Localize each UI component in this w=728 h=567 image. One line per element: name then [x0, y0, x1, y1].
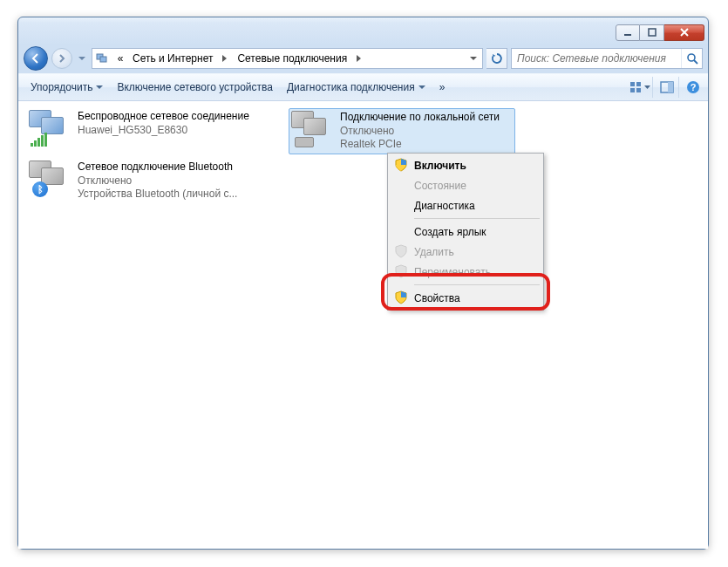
- titlebar: [18, 17, 708, 44]
- shield-icon: [394, 244, 408, 258]
- svg-text:?: ?: [690, 82, 696, 92]
- organize-button[interactable]: Упорядочить: [24, 78, 110, 97]
- ctx-properties[interactable]: Свойства: [390, 288, 541, 308]
- wifi-connection-icon: [29, 110, 71, 148]
- refresh-button[interactable]: [486, 48, 507, 69]
- breadcrumb-seg-network[interactable]: Сеть и Интернет: [131, 52, 214, 65]
- back-button[interactable]: [24, 46, 48, 71]
- context-menu: Включить Состояние Диагностика Создать я…: [387, 153, 544, 311]
- svg-rect-3: [100, 57, 106, 62]
- connection-status: Отключено: [340, 125, 500, 139]
- svg-rect-5: [630, 82, 635, 86]
- connection-sub: Realtek PCIe: [340, 138, 500, 152]
- lan-connection-icon: [291, 111, 333, 149]
- connection-bluetooth[interactable]: ᛒ Сетевое подключение Bluetooth Отключен…: [27, 159, 254, 203]
- svg-rect-0: [624, 34, 631, 36]
- search-box[interactable]: [511, 48, 703, 69]
- connection-name: Сетевое подключение Bluetooth: [78, 161, 237, 174]
- svg-rect-7: [630, 88, 635, 92]
- network-icon: [94, 51, 110, 66]
- connection-status: Отключено: [78, 174, 237, 188]
- svg-rect-1: [649, 29, 656, 36]
- breadcrumb[interactable]: « Сеть и Интернет Сетевые подключения: [92, 48, 483, 69]
- toolbar: Упорядочить Включение сетевого устройств…: [18, 73, 708, 101]
- close-button[interactable]: [664, 24, 704, 41]
- separator: [414, 284, 540, 285]
- minimize-button[interactable]: [616, 24, 640, 41]
- connection-wifi[interactable]: Беспроводное сетевое соединение Huawei_H…: [27, 108, 254, 150]
- shield-icon: [394, 290, 408, 304]
- ctx-delete: Удалить: [390, 242, 541, 262]
- ctx-rename: Переименовать: [390, 262, 541, 282]
- breadcrumb-dropdown-icon[interactable]: [466, 48, 480, 69]
- connection-name: Беспроводное сетевое соединение: [78, 110, 249, 124]
- address-bar: « Сеть и Интернет Сетевые подключения: [18, 44, 708, 73]
- connection-sub: Устройства Bluetooth (личной с...: [78, 188, 237, 202]
- ctx-diagnose[interactable]: Диагностика: [390, 195, 541, 215]
- ctx-enable[interactable]: Включить: [390, 155, 541, 175]
- preview-pane-button[interactable]: [652, 77, 677, 98]
- nav-history-dropdown[interactable]: [76, 49, 88, 68]
- content-area: Беспроводное сетевое соединение Huawei_H…: [18, 101, 708, 549]
- svg-rect-8: [636, 88, 641, 92]
- breadcrumb-seg-connections[interactable]: Сетевые подключения: [235, 52, 349, 65]
- view-button[interactable]: [626, 77, 650, 98]
- shield-icon: [394, 158, 408, 172]
- svg-point-4: [688, 54, 695, 61]
- svg-rect-6: [636, 82, 641, 86]
- more-button[interactable]: »: [432, 78, 452, 97]
- connection-sub: Huawei_HG530_E8630: [78, 124, 249, 138]
- chevron-right-icon[interactable]: [218, 48, 232, 69]
- help-button[interactable]: ?: [678, 77, 703, 98]
- diagnose-button[interactable]: Диагностика подключения: [280, 78, 432, 97]
- forward-button[interactable]: [51, 48, 72, 69]
- shield-icon: [394, 264, 408, 278]
- svg-rect-10: [668, 82, 673, 92]
- enable-device-button[interactable]: Включение сетевого устройства: [110, 78, 280, 97]
- connection-lan[interactable]: Подключение по локальной сети Отключено …: [289, 108, 515, 154]
- ctx-status: Состояние: [390, 175, 541, 195]
- search-button[interactable]: [681, 49, 702, 68]
- window: « Сеть и Интернет Сетевые подключения Уп…: [17, 17, 709, 550]
- maximize-button[interactable]: [640, 24, 664, 41]
- separator: [414, 218, 540, 219]
- chevron-right-icon[interactable]: [352, 48, 366, 69]
- search-input[interactable]: [512, 52, 681, 65]
- connection-name: Подключение по локальной сети: [340, 111, 500, 125]
- bluetooth-connection-icon: ᛒ: [29, 161, 71, 199]
- ctx-create-shortcut[interactable]: Создать ярлык: [390, 222, 541, 242]
- breadcrumb-back-icon[interactable]: «: [113, 48, 127, 69]
